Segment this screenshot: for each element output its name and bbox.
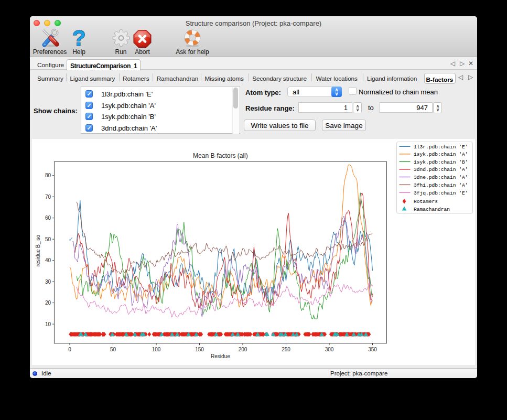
svg-text:Rotamers: Rotamers (414, 199, 438, 204)
svg-text:250: 250 (282, 347, 290, 352)
svg-text:200: 200 (239, 347, 247, 352)
svg-text:1l3r.pdb:chain 'E': 1l3r.pdb:chain 'E' (414, 144, 468, 150)
svg-text:1syk.pdb:chain 'A': 1syk.pdb:chain 'A' (414, 152, 468, 157)
svg-text:10: 10 (45, 321, 51, 327)
svg-text:150: 150 (195, 347, 204, 352)
svg-text:50: 50 (110, 347, 116, 352)
svg-text:Residue: Residue (211, 353, 230, 359)
svg-text:30: 30 (45, 279, 51, 285)
svg-text:300: 300 (325, 347, 334, 352)
svg-text:✓: ✓ (69, 236, 73, 242)
svg-text:Mean B-factors (all): Mean B-factors (all) (193, 152, 248, 159)
svg-text:20: 20 (45, 300, 51, 306)
svg-text:residue B_iso: residue B_iso (35, 234, 41, 266)
svg-text:0: 0 (68, 347, 71, 352)
svg-text:3dnd.pdb:chain 'A': 3dnd.pdb:chain 'A' (414, 167, 468, 173)
svg-text:1syk.pdb:chain 'B': 1syk.pdb:chain 'B' (414, 159, 468, 165)
svg-text:3dne.pdb:chain 'A': 3dne.pdb:chain 'A' (414, 175, 468, 180)
svg-text:60: 60 (45, 215, 51, 221)
svg-text:Ramachandran: Ramachandran (414, 207, 450, 212)
svg-text:100: 100 (152, 347, 161, 352)
svg-text:3fjq.pdb:chain 'E': 3fjq.pdb:chain 'E' (414, 190, 468, 196)
svg-text:40: 40 (45, 257, 51, 263)
svg-text:80: 80 (45, 173, 51, 178)
svg-text:350: 350 (368, 347, 377, 352)
svg-text:3fhi.pdb:chain 'A': 3fhi.pdb:chain 'A' (414, 182, 468, 188)
svg-text:70: 70 (45, 194, 51, 200)
svg-text:50: 50 (45, 236, 51, 242)
svg-text:?: ? (72, 26, 86, 50)
